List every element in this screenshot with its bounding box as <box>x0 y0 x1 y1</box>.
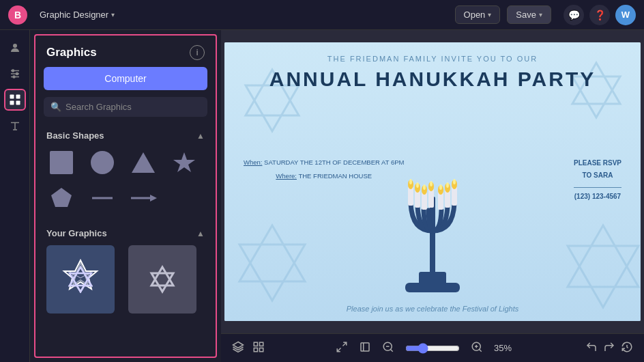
svg-rect-11 <box>50 151 73 174</box>
svg-point-54 <box>430 181 433 186</box>
svg-marker-30 <box>239 225 305 281</box>
hanukkah-card[interactable]: The Friedman Family Invite You To Our An… <box>224 42 641 321</box>
svg-line-63 <box>343 342 347 346</box>
svg-marker-33 <box>568 246 639 307</box>
undo-icon-btn[interactable] <box>585 341 598 356</box>
help-icon-btn[interactable]: ❓ <box>589 5 610 25</box>
app-title-chevron: ▾ <box>111 11 115 18</box>
graphic-item-2[interactable] <box>128 245 196 314</box>
grid-icon-btn[interactable] <box>252 341 265 356</box>
svg-point-56 <box>446 182 449 188</box>
svg-line-68 <box>390 349 392 351</box>
your-graphics-chevron[interactable]: ▲ <box>196 229 205 238</box>
app-title-text: Graphic Designer <box>40 10 108 20</box>
your-graphics-title: Your Graphics <box>46 228 107 238</box>
svg-rect-9 <box>10 101 14 105</box>
basic-shapes-chevron[interactable]: ▲ <box>196 131 205 141</box>
bottom-left-controls <box>232 341 265 356</box>
zoom-level-text: 35% <box>494 343 514 353</box>
svg-marker-31 <box>239 245 305 301</box>
card-rsvp-info: Please RSVP to Sara (123) 123-4567 <box>574 157 621 203</box>
search-graphics-text: Search Graphics <box>65 102 132 112</box>
user-avatar[interactable]: W <box>615 5 636 25</box>
nav-adjust-icon[interactable] <box>4 63 26 85</box>
canvas-wrapper[interactable]: The Friedman Family Invite You To Our An… <box>221 30 644 333</box>
nav-text-icon[interactable] <box>4 115 26 137</box>
svg-marker-14 <box>173 152 195 172</box>
card-background: The Friedman Family Invite You To Our An… <box>224 42 641 321</box>
open-button[interactable]: Open ▾ <box>455 5 501 24</box>
layers-icon-btn[interactable] <box>232 341 244 356</box>
card-subtitle: The Friedman Family Invite You To Our <box>224 55 641 63</box>
computer-upload-button[interactable]: Computer <box>44 67 207 90</box>
svg-point-12 <box>91 151 114 174</box>
panel-info-button[interactable]: i <box>190 45 205 60</box>
svg-rect-40 <box>428 189 434 208</box>
expand-icon-btn[interactable] <box>336 341 348 356</box>
svg-rect-10 <box>16 101 20 105</box>
svg-marker-13 <box>132 152 155 173</box>
panel-header: Graphics i <box>35 36 216 67</box>
menorah-graphic <box>364 149 501 299</box>
svg-rect-59 <box>254 342 257 346</box>
topbar: B Graphic Designer ▾ Open ▾ Save ▾ 💬 ❓ W <box>0 0 644 30</box>
svg-marker-58 <box>233 342 244 348</box>
svg-point-55 <box>439 184 442 190</box>
basic-shapes-title: Basic Shapes <box>46 130 104 141</box>
svg-rect-62 <box>260 348 263 351</box>
zoom-in-btn[interactable] <box>471 341 483 356</box>
your-graphics-header: Your Graphics ▲ <box>35 224 216 245</box>
svg-marker-25 <box>151 273 173 292</box>
graphics-panel: Graphics i Computer 🔍 Search Graphics Ba… <box>34 34 217 358</box>
svg-point-0 <box>13 44 17 48</box>
svg-point-57 <box>453 179 456 184</box>
nav-shapes-icon[interactable] <box>4 89 26 111</box>
chat-icon-btn[interactable]: 💬 <box>564 5 584 25</box>
svg-rect-60 <box>260 342 263 346</box>
svg-point-6 <box>13 76 15 78</box>
shape-arrow[interactable] <box>128 183 158 213</box>
main-area: Graphics i Computer 🔍 Search Graphics Ba… <box>0 30 644 362</box>
redo-icon-btn[interactable] <box>603 341 615 356</box>
search-icon: 🔍 <box>50 102 61 112</box>
shape-pentagon[interactable] <box>46 183 76 213</box>
history-icon-btn[interactable] <box>621 341 633 356</box>
svg-marker-19 <box>64 260 97 289</box>
svg-rect-36 <box>430 197 435 275</box>
svg-point-4 <box>12 70 14 72</box>
shape-star[interactable] <box>169 148 199 178</box>
svg-marker-32 <box>568 225 639 287</box>
graphic-item-1[interactable] <box>46 245 115 314</box>
shape-line[interactable] <box>87 183 117 213</box>
svg-point-53 <box>423 184 426 190</box>
card-title: Annual Hanukkah Party <box>224 68 641 90</box>
icon-nav <box>0 30 30 362</box>
topbar-actions: 💬 ❓ W <box>564 5 636 25</box>
svg-line-64 <box>337 348 340 351</box>
svg-point-51 <box>409 179 412 184</box>
card-footer: Please join us as we celebrate the Festi… <box>224 305 641 313</box>
svg-marker-24 <box>151 267 173 286</box>
svg-marker-15 <box>51 188 72 207</box>
shape-triangle[interactable] <box>128 148 158 178</box>
app-logo[interactable]: B <box>8 5 27 25</box>
zoom-slider[interactable] <box>405 343 460 354</box>
app-title-dropdown[interactable]: Graphic Designer ▾ <box>34 7 120 23</box>
resize-icon-btn[interactable] <box>359 341 371 356</box>
nav-person-icon[interactable] <box>4 37 26 59</box>
svg-point-5 <box>16 73 18 75</box>
svg-rect-37 <box>408 186 413 206</box>
bottom-center-controls: 35% <box>336 341 514 356</box>
svg-rect-61 <box>254 348 257 351</box>
svg-line-71 <box>479 349 481 351</box>
svg-rect-43 <box>452 186 457 206</box>
search-graphics-bar[interactable]: 🔍 Search Graphics <box>44 97 207 117</box>
bottom-bar: 35% <box>221 333 644 362</box>
svg-marker-27 <box>246 85 299 131</box>
zoom-out-btn[interactable] <box>382 341 394 356</box>
shape-circle[interactable] <box>87 148 117 178</box>
shape-square[interactable] <box>46 148 76 178</box>
shapes-grid <box>35 148 216 224</box>
svg-point-52 <box>416 182 419 188</box>
save-button[interactable]: Save ▾ <box>507 5 551 24</box>
